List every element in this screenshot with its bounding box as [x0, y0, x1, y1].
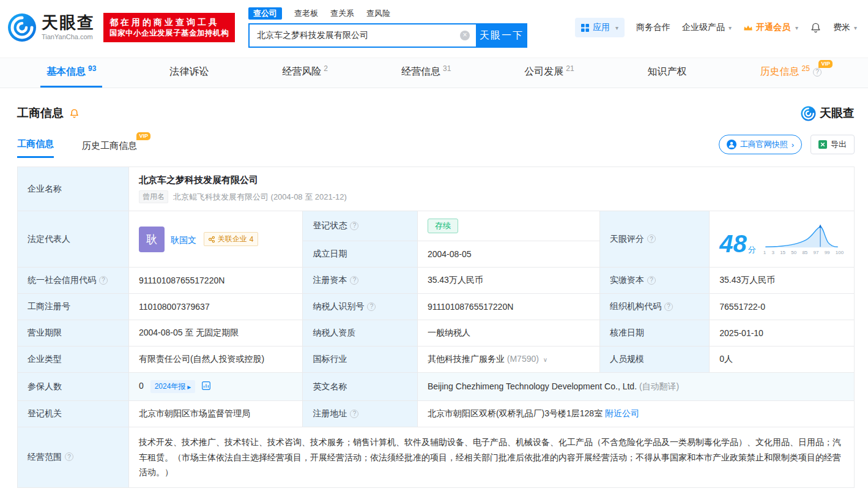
field-label: 纳税人资质 [303, 320, 417, 347]
annual-report-badge[interactable]: 2024年报 ▸ [150, 380, 196, 393]
help-icon[interactable]: ? [367, 302, 376, 311]
promo-line2: 国家中小企业发展子基金加持机构 [109, 28, 229, 39]
reg-number-value: 110108007379637 [128, 294, 303, 320]
field-label: 实缴资本? [600, 268, 710, 294]
excel-icon [818, 140, 827, 149]
help-icon[interactable]: ? [350, 222, 358, 230]
nav-business-cooperation[interactable]: 商务合作 [636, 22, 670, 33]
notification-bell-icon[interactable] [810, 22, 822, 34]
field-label: 营业期限 [18, 320, 129, 347]
status-badge: 存续 [428, 219, 458, 233]
field-label: 注册地址? [303, 401, 417, 427]
help-icon[interactable]: ? [65, 452, 73, 461]
search-tab-boss[interactable]: 查老板 [294, 8, 318, 19]
legal-rep-avatar[interactable]: 耿 [139, 227, 165, 252]
top-header: 天眼查 TianYanCha.com 都在用的商业查询工具 国家中小企业发展子基… [0, 0, 868, 54]
apps-menu[interactable]: 应用 ▾ [575, 18, 625, 37]
address-cell: 北京市朝阳区双桥(双桥乳品厂)3号楼1层128室 附近公司 [417, 401, 854, 427]
nearby-companies-link[interactable]: 附近公司 [605, 408, 639, 418]
score-value[interactable]: 48分 [719, 233, 756, 255]
field-label: 核准日期 [600, 320, 710, 347]
clear-search-icon[interactable]: × [460, 31, 470, 40]
taxpayer-id-value: 91110108765517220N [417, 294, 599, 320]
business-scope-value: 技术开发、技术推广、技术转让、技术咨询、技术服务；销售计算机、软件及辅助设备、电… [128, 427, 854, 488]
tab-operating-risk[interactable]: 经营风险2 [276, 58, 334, 88]
legal-rep-name[interactable]: 耿国文 [171, 235, 196, 245]
top-right-nav: 应用 ▾ 商务合作 企业级产品 ▾ 开通会员 ▾ 费米 ▾ [575, 18, 857, 37]
tab-history-info[interactable]: VIP 历史信息25 ? [754, 58, 828, 88]
score-distribution-chart: 1 3 15 50 85 97 99 100 [763, 223, 844, 255]
approval-date-value: 2025-01-10 [710, 320, 855, 347]
vip-upgrade-link[interactable]: 开通会员 ▾ [743, 22, 798, 33]
help-icon[interactable]: ? [350, 410, 358, 418]
insured-value-cell: 0 2024年报 ▸ [128, 373, 303, 401]
vip-badge: VIP [136, 132, 150, 140]
staff-size-value: 0人 [710, 347, 855, 373]
tianyancha-logo[interactable]: 天眼查 TianYanCha.com [7, 13, 95, 42]
chevron-down-icon: ▾ [795, 24, 798, 31]
field-label: 纳税人识别号? [303, 294, 417, 320]
link-icon [208, 236, 215, 243]
tab-operating-info[interactable]: 经营信息31 [395, 58, 457, 88]
vip-badge: VIP [818, 60, 833, 68]
field-label: 成立日期 [303, 241, 417, 268]
chevron-down-icon: ▾ [729, 24, 732, 31]
company-type-value: 有限责任公司(自然人投资或控股) [128, 347, 303, 373]
field-label: 组织机构代码? [600, 294, 710, 320]
tab-legal-proceedings[interactable]: 法律诉讼 [163, 58, 215, 88]
field-label: 统一社会信用代码? [18, 268, 129, 294]
arrow-right-icon: ▸ [187, 383, 191, 391]
tab-basic-info[interactable]: 基本信息93 [40, 58, 102, 88]
search-button[interactable]: 天眼一下 [476, 23, 527, 48]
field-label: 人员规模 [600, 347, 710, 373]
field-label: 工商注册号 [18, 294, 129, 320]
subtab-history-business-info[interactable]: VIP 历史工商信息 [82, 140, 137, 158]
trend-chart-icon[interactable] [202, 381, 210, 390]
search-input[interactable] [248, 23, 476, 48]
help-icon[interactable]: ? [647, 276, 656, 285]
logo-text: 天眼查 [42, 15, 95, 31]
taxpayer-quality-value: 一般纳税人 [417, 320, 599, 347]
former-name-value: 北京鲲飞科技发展有限公司 (2004-08 至 2021-12) [173, 192, 347, 203]
chevron-down-icon[interactable]: ∨ [543, 356, 547, 363]
search-tab-relation[interactable]: 查关系 [330, 8, 354, 19]
credit-code-value: 91110108765517220N [128, 268, 303, 294]
subtab-business-info[interactable]: 工商信息 [17, 138, 54, 158]
watermark-logo: 天眼查 [801, 105, 855, 121]
table-row-scope: 经营范围? 技术开发、技术推广、技术转让、技术咨询、技术服务；销售计算机、软件及… [18, 427, 855, 488]
paid-capital-value: 35.43万人民币 [710, 268, 855, 294]
export-button[interactable]: 导出 [811, 135, 855, 154]
score-cell: 48分 1 3 15 50 85 97 99 100 [710, 211, 855, 268]
section-title: 工商信息 [17, 105, 64, 121]
related-companies-badge[interactable]: 关联企业 4 [204, 232, 258, 246]
company-name[interactable]: 北京车之梦科技发展有限公司 [139, 174, 844, 186]
company-name-cell: 北京车之梦科技发展有限公司 曾用名 北京鲲飞科技发展有限公司 (2004-08 … [128, 167, 854, 211]
field-label: 企业名称 [18, 167, 129, 211]
logo-domain: TianYanCha.com [42, 33, 95, 40]
field-label: 天眼评分? [600, 211, 710, 268]
tab-company-development[interactable]: 公司发展21 [518, 58, 580, 88]
field-label: 国标行业 [303, 347, 417, 373]
table-row-legal-rep: 法定代表人 耿 耿国文 关联企业 4 [18, 211, 855, 241]
official-snapshot-button[interactable]: 工商官网快照 › [719, 135, 802, 154]
search-tab-company[interactable]: 查公司 [248, 7, 282, 20]
search-tab-risk[interactable]: 查风险 [366, 8, 390, 19]
field-label: 企业类型 [18, 347, 129, 373]
help-icon[interactable]: ? [647, 234, 656, 243]
nav-enterprise-products[interactable]: 企业级产品 ▾ [682, 22, 732, 33]
tab-intellectual-property[interactable]: 知识产权 [642, 58, 693, 88]
table-row-registration: 工商注册号 110108007379637 纳税人识别号? 9111010876… [18, 294, 855, 320]
help-icon[interactable]: ? [99, 276, 108, 285]
english-name-cell: Beijing Chezhimeng Technology Developmen… [417, 373, 854, 401]
grid-icon [581, 24, 589, 32]
main-content: 工商信息 天眼查 工商信息 VIP 历史工商信息 [0, 105, 868, 488]
user-menu[interactable]: 费米 ▾ [833, 22, 857, 33]
help-icon[interactable]: ? [664, 302, 673, 311]
help-icon[interactable]: ? [813, 68, 822, 77]
table-row-company-name: 企业名称 北京车之梦科技发展有限公司 曾用名 北京鲲飞科技发展有限公司 (200… [18, 167, 855, 211]
business-term-value: 2004-08-05 至 无固定期限 [128, 320, 303, 347]
help-icon[interactable]: ? [350, 276, 358, 285]
subscribe-bell-icon[interactable] [69, 108, 80, 119]
tianyancha-logo-icon [801, 106, 816, 121]
table-row-capital: 统一社会信用代码? 91110108765517220N 注册资本? 35.43… [18, 268, 855, 294]
